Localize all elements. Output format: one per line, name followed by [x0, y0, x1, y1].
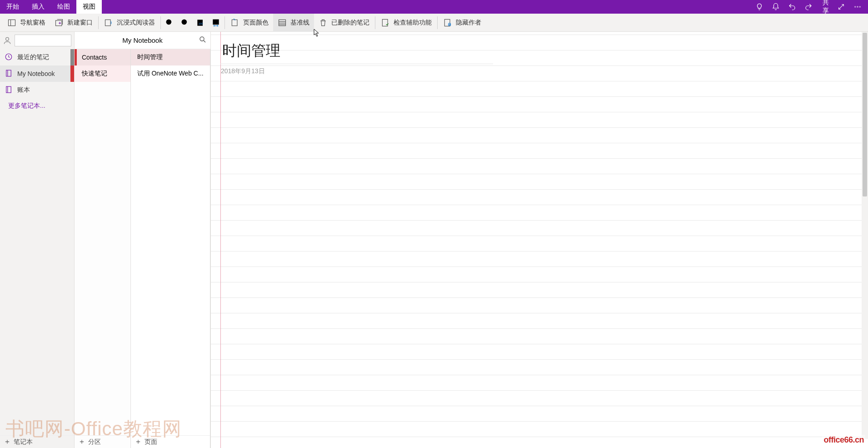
ribbon-separator: [375, 16, 375, 29]
svg-rect-27: [6, 70, 11, 76]
fullscreen-icon[interactable]: [833, 0, 849, 14]
account-input[interactable]: [15, 35, 71, 46]
check-accessibility-label: 检查辅助功能: [394, 19, 432, 27]
pages-list: 时间管理 试用 OneNote Web C... ＋ 页面: [131, 49, 210, 448]
svg-point-10: [182, 19, 187, 25]
sidebar-ledger-label: 账本: [17, 86, 30, 94]
page-try-onenote-web[interactable]: 试用 OneNote Web C...: [131, 65, 210, 82]
sidebar-notebook-label: My Notebook: [17, 70, 55, 77]
canvas-ruled-area[interactable]: 时间管理 2018年9月13日: [211, 32, 862, 448]
titlebar: 开始 插入 绘图 视图 共享: [0, 0, 868, 14]
tab-start[interactable]: 开始: [0, 0, 25, 14]
add-page-label: 页面: [145, 438, 157, 446]
ribbon-separator: [224, 16, 225, 29]
note-canvas[interactable]: 时间管理 2018年9月13日: [211, 32, 868, 448]
svg-point-31: [200, 37, 204, 41]
bell-icon[interactable]: [768, 0, 783, 14]
section-quicknotes[interactable]: 快速笔记: [75, 65, 130, 82]
section-contacts[interactable]: Contacts: [75, 49, 130, 65]
plus-icon: ＋: [135, 437, 142, 447]
ribbon-separator: [98, 16, 99, 29]
svg-point-2: [859, 6, 860, 7]
page-color-label: 页面颜色: [243, 19, 269, 27]
titlebar-actions: 共享: [752, 0, 868, 14]
svg-rect-29: [6, 86, 11, 93]
svg-rect-16: [213, 19, 219, 25]
zoom-100-button[interactable]: 100: [193, 14, 208, 32]
svg-line-8: [171, 24, 173, 26]
page-title-input[interactable]: 时间管理: [220, 41, 493, 64]
tab-draw[interactable]: 绘图: [51, 0, 76, 14]
notebook-icon: [5, 69, 13, 79]
zoom-in-button[interactable]: [177, 14, 193, 32]
immersive-reader-button[interactable]: 沉浸式阅读器: [100, 14, 160, 32]
notebooks-column: 最近的笔记 My Notebook 账本 更多笔记本... ＋ 笔记本: [0, 32, 75, 448]
sidebar-recent-label: 最近的笔记: [17, 53, 49, 61]
sidebar-recent-notes[interactable]: 最近的笔记: [0, 49, 74, 65]
vertical-scrollbar[interactable]: [862, 32, 868, 439]
share-button[interactable]: 共享: [817, 0, 833, 14]
svg-rect-3: [9, 20, 15, 25]
sections-list: Contacts 快速笔记 ＋ 分区: [75, 49, 131, 448]
tab-insert[interactable]: 插入: [25, 0, 51, 14]
nav-pane-label: 导航窗格: [20, 19, 45, 27]
add-section-button[interactable]: ＋ 分区: [75, 435, 130, 448]
svg-point-0: [855, 6, 856, 7]
plus-icon: ＋: [4, 437, 11, 447]
svg-line-32: [204, 40, 205, 42]
svg-rect-6: [105, 20, 111, 25]
undo-icon[interactable]: [784, 0, 800, 14]
nav-pane-button[interactable]: 导航窗格: [3, 14, 50, 32]
svg-point-25: [6, 37, 9, 40]
scroll-thumb[interactable]: [863, 33, 867, 196]
margin-line: [220, 32, 221, 448]
new-window-label: 新建窗口: [67, 19, 93, 27]
add-page-button[interactable]: ＋ 页面: [131, 435, 210, 448]
page-time-management[interactable]: 时间管理: [131, 49, 210, 65]
ribbon-separator: [160, 16, 161, 29]
ribbon-separator: [437, 16, 438, 29]
tab-view[interactable]: 视图: [76, 0, 102, 14]
hide-authors-button[interactable]: 隐藏作者: [439, 14, 486, 32]
svg-point-7: [166, 19, 172, 25]
plus-icon: ＋: [78, 437, 85, 447]
page-width-button[interactable]: [208, 14, 224, 32]
svg-point-1: [857, 6, 858, 7]
main-area: 最近的笔记 My Notebook 账本 更多笔记本... ＋ 笔记本 My N…: [0, 32, 868, 448]
hide-authors-label: 隐藏作者: [456, 19, 481, 27]
new-window-button[interactable]: 新建窗口: [50, 14, 97, 32]
ribbon: 导航窗格 新建窗口 沉浸式阅读器 100 页面颜色 基准线 已删除的笔记 检查辅…: [0, 14, 868, 32]
horizontal-scrollbar[interactable]: [211, 442, 862, 448]
notebook-icon: [5, 86, 13, 95]
deleted-notes-button[interactable]: 已删除的笔记: [314, 14, 374, 32]
more-icon[interactable]: [850, 0, 865, 14]
page-date: 2018年9月13日: [221, 67, 265, 76]
page-color-button[interactable]: 页面颜色: [226, 14, 273, 32]
immersive-reader-label: 沉浸式阅读器: [117, 19, 155, 27]
add-section-label: 分区: [88, 438, 101, 446]
clock-icon: [5, 53, 13, 62]
sections-pages-column: My Notebook Contacts 快速笔记 ＋ 分区 时间管理 试用 O…: [75, 32, 211, 448]
share-label: 共享: [823, 0, 829, 15]
svg-text:100: 100: [199, 22, 203, 25]
rule-lines-button[interactable]: 基准线: [273, 14, 314, 32]
add-notebook-button[interactable]: ＋ 笔记本: [0, 435, 74, 448]
check-accessibility-button[interactable]: 检查辅助功能: [376, 14, 436, 32]
rule-lines-label: 基准线: [290, 19, 309, 27]
add-notebook-label: 笔记本: [14, 438, 33, 446]
sidebar-my-notebook[interactable]: My Notebook: [0, 65, 74, 82]
ribbon-tabs: 开始 插入 绘图 视图: [0, 0, 102, 14]
redo-icon[interactable]: [801, 0, 816, 14]
svg-rect-17: [232, 20, 237, 25]
notebook-header: My Notebook: [75, 32, 210, 49]
search-icon[interactable]: [199, 35, 207, 45]
svg-line-11: [186, 24, 189, 26]
zoom-out-button[interactable]: [162, 14, 177, 32]
account-icon[interactable]: [3, 36, 12, 45]
sidebar-ledger[interactable]: 账本: [0, 82, 74, 98]
deleted-notes-label: 已删除的笔记: [331, 19, 369, 27]
account-row: [0, 32, 74, 49]
more-notebooks-link[interactable]: 更多笔记本...: [0, 98, 74, 114]
notebook-header-title: My Notebook: [122, 36, 162, 44]
lightbulb-icon[interactable]: [752, 0, 767, 14]
